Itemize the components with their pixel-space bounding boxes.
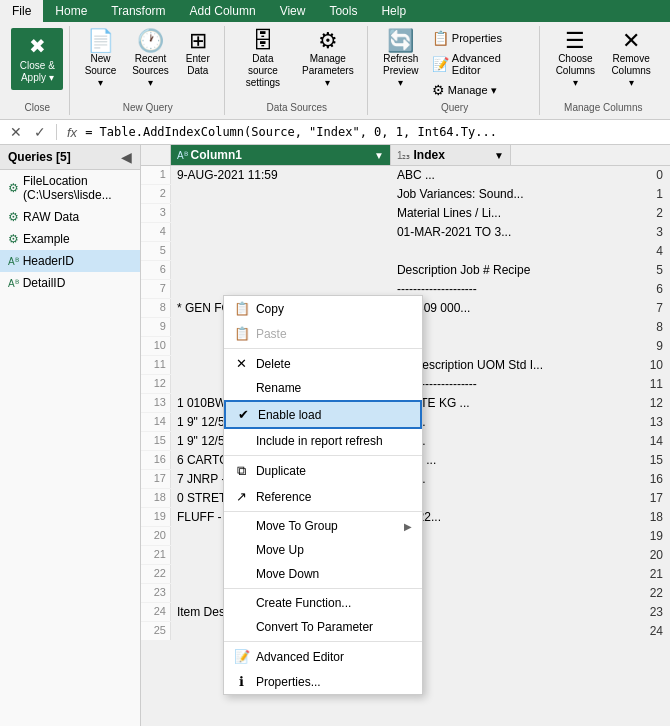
remove-columns-button[interactable]: ✕ RemoveColumns ▾ — [604, 28, 658, 91]
row-number: 1 — [141, 166, 171, 184]
ctx-move-down[interactable]: Move Down — [224, 562, 422, 586]
tab-help[interactable]: Help — [369, 0, 418, 22]
tab-tools[interactable]: Tools — [317, 0, 369, 22]
formula-bar: ✕ ✓ fx — [0, 120, 670, 145]
data-source-settings-button[interactable]: 🗄 Data sourcesettings — [233, 28, 293, 91]
ribbon-group-data-sources: 🗄 Data sourcesettings ⚙ ManageParameters… — [227, 26, 368, 115]
row-number: 14 — [141, 413, 171, 431]
new-source-icon: 📄 — [87, 30, 114, 52]
recent-sources-icon: 🕐 — [137, 30, 164, 52]
properties-button[interactable]: 📋 Properties — [428, 28, 534, 48]
table-row: 6Description Job # Recipe5 — [141, 261, 670, 280]
ctx-rename-label: Rename — [256, 381, 412, 395]
ctx-delete[interactable]: ✕ Delete — [224, 351, 422, 376]
cell-index: 1 — [550, 185, 670, 203]
idx-dropdown-icon[interactable]: ▼ — [494, 150, 504, 161]
ctx-adv-editor-label: Advanced Editor — [256, 650, 412, 664]
row-number: 12 — [141, 375, 171, 393]
cell-index: 8 — [550, 318, 670, 336]
queries-toggle-btn[interactable]: ◀ — [121, 149, 132, 165]
cell-index: 20 — [550, 546, 670, 564]
cell-index: 14 — [550, 432, 670, 450]
row-number: 2 — [141, 185, 171, 203]
tab-view[interactable]: View — [268, 0, 318, 22]
ctx-enable-load-label: Enable load — [258, 408, 410, 422]
ctx-create-function[interactable]: Create Function... — [224, 591, 422, 615]
ctx-delete-label: Delete — [256, 357, 412, 371]
ctx-rename[interactable]: Rename — [224, 376, 422, 400]
ctx-duplicate[interactable]: ⧉ Duplicate — [224, 458, 422, 484]
cell-index: 2 — [550, 204, 670, 222]
ctx-properties[interactable]: ℹ Properties... — [224, 669, 422, 694]
ctx-advanced-editor[interactable]: 📝 Advanced Editor — [224, 644, 422, 669]
ctx-move-to-group-label: Move To Group — [256, 519, 398, 533]
row-number: 4 — [141, 223, 171, 241]
choose-columns-button[interactable]: ☰ ChooseColumns ▾ — [548, 28, 602, 91]
ctx-reference[interactable]: ↗ Reference — [224, 484, 422, 509]
tab-transform[interactable]: Transform — [99, 0, 177, 22]
col-header-index[interactable]: 1₂₃ Index ▼ — [391, 145, 511, 165]
ctx-convert-to-parameter[interactable]: Convert To Parameter — [224, 615, 422, 639]
tab-add-column[interactable]: Add Column — [178, 0, 268, 22]
tab-home[interactable]: Home — [43, 0, 99, 22]
delete-icon: ✕ — [234, 356, 250, 371]
ctx-paste: 📋 Paste — [224, 321, 422, 346]
query-item-example[interactable]: ⚙ Example — [0, 228, 140, 250]
col-header-column1[interactable]: Aᴮ Column1 ▼ — [171, 145, 391, 165]
col1-dropdown-icon[interactable]: ▼ — [374, 150, 384, 161]
manage-parameters-button[interactable]: ⚙ ManageParameters ▾ — [295, 28, 361, 91]
ctx-reference-label: Reference — [256, 490, 412, 504]
new-query-group-label: New Query — [123, 102, 173, 113]
ribbon-group-close: ✖ Close &Apply ▾ Close — [6, 26, 70, 115]
query-icon-example: ⚙ — [8, 232, 19, 246]
cell-column1 — [171, 204, 391, 222]
query-item-detail-id[interactable]: Aᴮ DetailID — [0, 272, 140, 294]
copy-icon: 📋 — [234, 301, 250, 316]
ctx-properties-icon: ℹ — [234, 674, 250, 689]
table-row: 2Job Variances: Sound...1 — [141, 185, 670, 204]
ctx-sep-5 — [224, 641, 422, 642]
advanced-editor-button[interactable]: 📝 Advanced Editor — [428, 50, 534, 78]
new-source-button[interactable]: 📄 NewSource ▾ — [78, 28, 124, 91]
enter-data-button[interactable]: ⊞ EnterData — [178, 28, 218, 79]
enable-load-check-icon: ✔ — [236, 407, 252, 422]
query-item-raw-data[interactable]: ⚙ RAW Data — [0, 206, 140, 228]
formula-input[interactable] — [85, 125, 664, 139]
reference-icon: ↗ — [234, 489, 250, 504]
ctx-move-to-group[interactable]: Move To Group ▶ — [224, 514, 422, 538]
cell-content: ABC ... — [391, 166, 550, 184]
formula-cancel-btn[interactable]: ✕ — [6, 123, 26, 141]
data-sources-group-label: Data Sources — [266, 102, 327, 113]
duplicate-icon: ⧉ — [234, 463, 250, 479]
formula-confirm-btn[interactable]: ✓ — [30, 123, 50, 141]
properties-label: Properties — [452, 32, 502, 44]
row-number: 5 — [141, 242, 171, 260]
recent-sources-button[interactable]: 🕐 RecentSources ▾ — [125, 28, 175, 91]
tab-file[interactable]: File — [0, 0, 43, 22]
main-body: Queries [5] ◀ ⚙ FileLocation (C:\Users\l… — [0, 145, 670, 726]
manage-button[interactable]: ⚙ Manage ▾ — [428, 80, 534, 100]
ctx-include-report-refresh[interactable]: Include in report refresh — [224, 429, 422, 453]
cell-index: 16 — [550, 470, 670, 488]
ctx-paste-label: Paste — [256, 327, 412, 341]
data-source-settings-label: Data sourcesettings — [237, 53, 289, 89]
query-item-header-id[interactable]: Aᴮ HeaderID — [0, 250, 140, 272]
ctx-copy[interactable]: 📋 Copy — [224, 296, 422, 321]
close-apply-icon: ✖ — [29, 34, 46, 58]
recent-sources-label: RecentSources ▾ — [129, 53, 171, 89]
table-row: 19-AUG-2021 11:59ABC ...0 — [141, 166, 670, 185]
row-number: 23 — [141, 584, 171, 602]
ctx-enable-load[interactable]: ✔ Enable load — [224, 400, 422, 429]
new-source-label: NewSource ▾ — [82, 53, 120, 89]
row-number: 21 — [141, 546, 171, 564]
formula-fx-label: fx — [67, 125, 77, 140]
ctx-move-up[interactable]: Move Up — [224, 538, 422, 562]
query-item-file-location[interactable]: ⚙ FileLocation (C:\Users\lisde... — [0, 170, 140, 206]
query-label-header-id: HeaderID — [23, 254, 74, 268]
close-apply-button[interactable]: ✖ Close &Apply ▾ — [11, 28, 63, 90]
query-group-label: Query — [441, 102, 468, 113]
ribbon-content: ✖ Close &Apply ▾ Close 📄 NewSource ▾ 🕐 R… — [0, 22, 670, 120]
queries-header-label: Queries [5] — [8, 150, 71, 164]
cell-column1 — [171, 242, 391, 260]
refresh-preview-button[interactable]: 🔄 RefreshPreview ▾ — [376, 28, 426, 91]
